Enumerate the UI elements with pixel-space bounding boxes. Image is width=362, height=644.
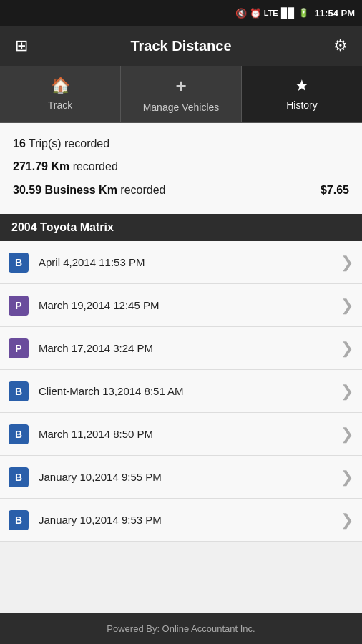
vehicle-name: 2004 Toyota Matrix (11, 221, 114, 233)
business-km-recorded: 30.59 Business Km recorded $7.65 (13, 182, 349, 198)
tab-bar: 🏠 Track + Manage Vehicles ★ History (0, 66, 362, 123)
trips-recorded: 16 Trip(s) recorded (13, 136, 349, 152)
tab-track-label: Track (48, 99, 72, 111)
trip-badge: P (9, 338, 29, 358)
star-icon: ★ (295, 77, 309, 95)
menu-icon[interactable]: ⊞ (9, 33, 34, 59)
trip-datetime: March 17,2014 3:24 PM (39, 342, 341, 354)
battery-icon: 🔋 (298, 8, 309, 18)
trip-arrow-icon: ❯ (341, 296, 353, 315)
trip-item[interactable]: PMarch 19,2014 12:45 PM❯ (0, 284, 362, 327)
trip-datetime: April 4,2014 11:53 PM (39, 256, 341, 268)
summary-section: 16 Trip(s) recorded 271.79 Km recorded 3… (0, 123, 362, 214)
trip-arrow-icon: ❯ (341, 339, 353, 358)
trips-label: Trip(s) recorded (29, 137, 109, 150)
trip-item[interactable]: BJanuary 10,2014 9:55 PM❯ (0, 456, 362, 499)
trip-arrow-icon: ❯ (341, 253, 353, 272)
tab-history[interactable]: ★ History (242, 66, 362, 122)
trip-arrow-icon: ❯ (341, 382, 353, 401)
home-icon: 🏠 (51, 77, 70, 95)
plus-icon: + (175, 75, 186, 97)
trip-badge: B (9, 510, 29, 530)
trip-badge: B (9, 381, 29, 401)
trip-badge: B (9, 424, 29, 444)
trip-arrow-icon: ❯ (341, 511, 353, 530)
km-recorded: 271.79 Km recorded (13, 159, 349, 175)
vehicle-header: 2004 Toyota Matrix (0, 214, 362, 241)
lte-icon: LTE (264, 9, 278, 17)
tab-track[interactable]: 🏠 Track (0, 66, 121, 122)
settings-icon[interactable]: ⚙ (328, 33, 353, 59)
trip-item[interactable]: BClient-March 13,2014 8:51 AM❯ (0, 370, 362, 413)
tab-history-label: History (286, 99, 318, 111)
trip-item[interactable]: BMarch 11,2014 8:50 PM❯ (0, 413, 362, 456)
business-km-label: recorded (120, 184, 165, 196)
trip-datetime: January 10,2014 9:53 PM (39, 514, 341, 526)
tab-manage-vehicles[interactable]: + Manage Vehicles (121, 66, 242, 122)
km-label: recorded (73, 160, 118, 172)
trip-item[interactable]: PMarch 17,2014 3:24 PM❯ (0, 327, 362, 370)
business-km-text: 30.59 Business Km recorded (13, 182, 165, 198)
top-bar: ⊞ Track Distance ⚙ (0, 26, 362, 66)
trip-datetime: March 19,2014 12:45 PM (39, 299, 341, 311)
trip-badge: B (9, 467, 29, 487)
alarm-icon: ⏰ (250, 8, 261, 19)
trip-list: BApril 4,2014 11:53 PM❯PMarch 19,2014 12… (0, 241, 362, 542)
trip-badge: B (9, 253, 29, 273)
time-display: 11:54 PM (315, 8, 355, 19)
trip-datetime: March 11,2014 8:50 PM (39, 428, 341, 440)
trip-arrow-icon: ❯ (341, 468, 353, 487)
app-title: Track Distance (130, 38, 231, 54)
business-km-count: 30.59 Business Km (13, 184, 117, 196)
footer-text: Powered By: Online Accountant Inc. (107, 623, 255, 634)
tab-manage-vehicles-label: Manage Vehicles (143, 102, 220, 113)
mute-icon: 🔇 (235, 8, 247, 19)
trip-arrow-icon: ❯ (341, 425, 353, 444)
trip-datetime: Client-March 13,2014 8:51 AM (39, 385, 341, 397)
trip-item[interactable]: BJanuary 10,2014 9:53 PM❯ (0, 499, 362, 542)
status-bar: 🔇 ⏰ LTE ▊▊ 🔋 11:54 PM (0, 0, 362, 26)
footer: Powered By: Online Accountant Inc. (0, 613, 362, 644)
signal-icon: ▊▊ (281, 8, 295, 19)
km-count: 271.79 Km (13, 160, 69, 172)
trip-item[interactable]: BApril 4,2014 11:53 PM❯ (0, 241, 362, 284)
business-km-value: $7.65 (321, 182, 349, 198)
trip-datetime: January 10,2014 9:55 PM (39, 471, 341, 483)
trips-count: 16 (13, 137, 26, 150)
status-icons: 🔇 ⏰ LTE ▊▊ 🔋 11:54 PM (235, 8, 355, 19)
trip-badge: P (9, 296, 29, 316)
